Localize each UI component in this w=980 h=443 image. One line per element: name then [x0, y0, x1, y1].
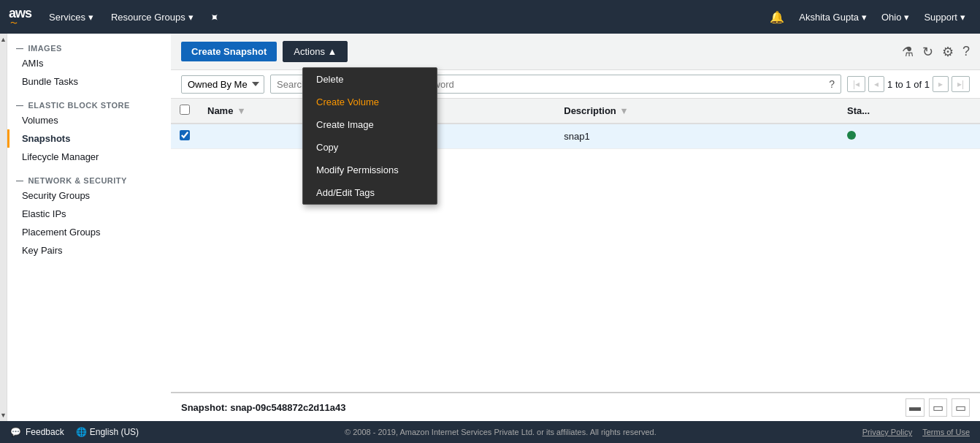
footer-links: Privacy Policy Terms of Use — [862, 428, 970, 436]
owned-by-filter[interactable]: Owned By Me All Public — [181, 75, 264, 94]
status-bar: 💬 Feedback 🌐 English (US) © 2008 - 2019,… — [0, 421, 980, 443]
page-next-button[interactable]: ▸ — [933, 76, 949, 92]
actions-dropdown: Delete Create Volume Create Image Copy M… — [302, 67, 437, 205]
bottom-panel-title: Snapshot: snap-09c548872c2d11a43 — [181, 402, 345, 413]
sidebar-item-elastic-ips[interactable]: Elastic IPs — [7, 205, 175, 223]
sidebar-section-ebs-label: ELASTIC BLOCK STORE — [28, 101, 129, 110]
page-prev-button[interactable]: ◂ — [868, 76, 884, 92]
bottom-panel: Snapshot: snap-09c548872c2d11a43 ▬ ▭ ▭ — [171, 392, 980, 421]
chat-icon: 💬 — [10, 427, 21, 437]
terms-link[interactable]: Terms of Use — [922, 428, 970, 436]
snapshots-table: Name ▾ Size ▾ Description ▾ Sta... 8 GiB… — [171, 99, 980, 149]
col-status: Sta... — [838, 99, 980, 124]
sidebar-item-security-groups[interactable]: Security Groups — [7, 186, 175, 205]
globe-icon: 🌐 — [76, 427, 87, 437]
top-navigation: aws 〜 Services ▾ Resource Groups ▾ ✦ 🔔 A… — [0, 0, 980, 34]
chevron-down-icon: ▾ — [188, 12, 194, 23]
resource-groups-nav[interactable]: Resource Groups ▾ — [104, 9, 201, 26]
table-header-row: Name ▾ Size ▾ Description ▾ Sta... — [171, 99, 980, 124]
language-selector[interactable]: 🌐 English (US) — [76, 427, 139, 437]
lab-icon[interactable]: ⚗ — [902, 44, 914, 60]
scroll-down-arrow[interactable]: ▼ — [0, 409, 7, 421]
settings-icon[interactable]: ⚙ — [942, 44, 954, 60]
sidebar-scroll-arrows: ▲ ▼ — [0, 34, 7, 421]
panel-icon-2[interactable]: ▭ — [929, 398, 947, 417]
sidebar-section-network-label: NETWORK & SECURITY — [28, 176, 127, 185]
select-all-checkbox[interactable] — [180, 105, 190, 115]
pagination-text: 1 to 1 of 1 — [887, 79, 930, 90]
sidebar: — IMAGES AMIs Bundle Tasks — ELASTIC BLO… — [7, 34, 175, 421]
chevron-down-icon: ▾ — [904, 12, 909, 23]
table-container: Name ▾ Size ▾ Description ▾ Sta... 8 GiB… — [171, 99, 980, 392]
panel-icon-3[interactable]: ▭ — [952, 398, 970, 417]
feedback-button[interactable]: 💬 Feedback — [10, 427, 64, 437]
chevron-down-icon: ▾ — [88, 12, 93, 23]
aws-logo[interactable]: aws 〜 — [9, 6, 31, 29]
row-status — [838, 124, 980, 149]
panel-icon-1[interactable]: ▬ — [906, 398, 925, 417]
sidebar-container: ▲ ▼ — IMAGES AMIs Bundle Tasks — ELASTIC… — [0, 34, 171, 421]
sidebar-item-key-pairs[interactable]: Key Pairs — [7, 241, 175, 260]
help-icon[interactable]: ? — [962, 44, 970, 60]
sidebar-section-images-label: IMAGES — [28, 44, 61, 53]
chevron-down-icon: ▾ — [862, 12, 867, 23]
dropdown-item-add-edit-tags[interactable]: Add/Edit Tags — [303, 181, 437, 204]
row-checkbox-cell — [171, 124, 199, 149]
sidebar-item-snapshots[interactable]: Snapshots — [7, 129, 175, 148]
col-checkbox — [171, 99, 199, 124]
sidebar-section-network: — NETWORK & SECURITY — [7, 172, 175, 186]
dropdown-item-copy[interactable]: Copy — [303, 136, 437, 159]
sidebar-item-bundle-tasks[interactable]: Bundle Tasks — [7, 72, 175, 91]
dropdown-item-create-volume[interactable]: Create Volume — [303, 91, 437, 113]
sidebar-item-placement-groups[interactable]: Placement Groups — [7, 223, 175, 241]
sort-icon: ▾ — [239, 105, 244, 116]
sidebar-section-ebs: — ELASTIC BLOCK STORE — [7, 96, 175, 111]
collapse-icon[interactable]: — — [16, 177, 24, 185]
sidebar-item-amis[interactable]: AMIs — [7, 54, 175, 72]
collapse-icon[interactable]: — — [16, 102, 24, 110]
pagination: |◂ ◂ 1 to 1 of 1 ▸ ▸| — [847, 76, 970, 92]
main-layout: ▲ ▼ — IMAGES AMIs Bundle Tasks — ELASTIC… — [0, 34, 980, 421]
page-last-button[interactable]: ▸| — [952, 76, 970, 92]
pin-icon[interactable]: ✦ — [199, 2, 229, 31]
sort-icon: ▾ — [621, 105, 627, 116]
status-completed-dot — [847, 131, 856, 140]
filter-bar: Owned By Me All Public ? |◂ ◂ 1 to 1 of … — [171, 70, 980, 99]
create-snapshot-button[interactable]: Create Snapshot — [181, 42, 277, 61]
bottom-panel-icons: ▬ ▭ ▭ — [906, 398, 970, 417]
col-description: Description ▾ — [555, 99, 838, 124]
sidebar-item-lifecycle-manager[interactable]: Lifecycle Manager — [7, 148, 175, 166]
chevron-down-icon: ▾ — [960, 12, 965, 23]
region-menu[interactable]: Ohio ▾ — [876, 9, 915, 26]
privacy-policy-link[interactable]: Privacy Policy — [862, 428, 912, 436]
page-first-button[interactable]: |◂ — [847, 76, 865, 92]
row-checkbox[interactable] — [180, 130, 190, 140]
user-menu[interactable]: Akshita Gupta ▾ — [793, 9, 873, 26]
collapse-icon[interactable]: — — [16, 45, 24, 53]
toolbar-icons: ⚗ ↻ ⚙ ? — [902, 44, 970, 60]
scroll-up-arrow[interactable]: ▲ — [0, 34, 7, 45]
refresh-icon[interactable]: ↻ — [922, 44, 933, 60]
dropdown-item-delete[interactable]: Delete — [303, 68, 437, 91]
sidebar-item-volumes[interactable]: Volumes — [7, 111, 175, 129]
row-description: snap1 — [555, 124, 838, 149]
sidebar-section-images: — IMAGES — [7, 39, 175, 54]
search-help-icon[interactable]: ? — [829, 78, 835, 90]
bell-icon[interactable]: 🔔 — [764, 7, 790, 27]
table-row[interactable]: 8 GiB snap1 — [171, 124, 980, 149]
services-nav[interactable]: Services ▾ — [42, 9, 101, 26]
dropdown-item-create-image[interactable]: Create Image — [303, 113, 437, 136]
support-menu[interactable]: Support ▾ — [918, 9, 971, 26]
content-area: Create Snapshot Actions ▲ ⚗ ↻ ⚙ ? Delete… — [171, 34, 980, 421]
actions-button[interactable]: Actions ▲ — [283, 41, 348, 62]
dropdown-item-modify-permissions[interactable]: Modify Permissions — [303, 159, 437, 181]
toolbar: Create Snapshot Actions ▲ ⚗ ↻ ⚙ ? Delete… — [171, 34, 980, 70]
copyright-text: © 2008 - 2019, Amazon Internet Services … — [150, 428, 851, 436]
